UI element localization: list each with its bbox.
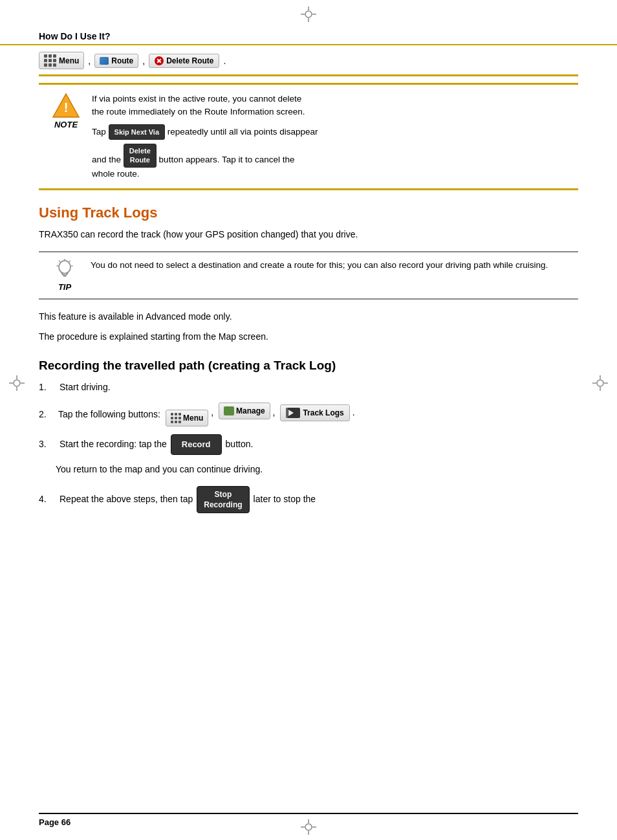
step-3-suffix: button. — [226, 437, 254, 452]
step2-buttons: Menu , Manage , Track Logs . — [166, 403, 355, 427]
section-header-title: How Do I Use It? — [39, 31, 578, 41]
main-content: Menu , Route , Delete Route . ! — [0, 45, 617, 513]
step-3-prefix: Start the recording: tap the — [60, 437, 167, 452]
delete-route-button-image: Delete Route — [149, 54, 219, 68]
menu-button-image: Menu — [39, 52, 84, 69]
svg-line-22 — [69, 260, 70, 261]
hr-gold-top — [39, 74, 578, 76]
record-button[interactable]: Record — [171, 434, 222, 455]
note-icon-area: ! NOTE — [49, 93, 83, 129]
bottom-crosshair-icon — [301, 819, 316, 835]
step-4: 4. Repeat the above steps, then tap Stop… — [39, 486, 578, 513]
note-content: If via points exist in the active route,… — [92, 93, 568, 181]
step2-tracklogs-button: Track Logs — [280, 404, 349, 422]
note-repeatedly-text: repeatedly until all via points disappea… — [168, 127, 318, 137]
step-3-num: 3. — [39, 437, 56, 452]
note-button-appears: button appears. Tap it to cancel the — [159, 155, 295, 164]
note-tap-text: Tap — [92, 127, 106, 137]
top-crosshair-icon — [301, 6, 316, 22]
track-logs-heading: Using Track Logs — [39, 204, 578, 221]
step2-menu-button: Menu — [166, 410, 208, 427]
left-crosshair-icon — [9, 375, 25, 393]
step-1: 1. Start driving. — [39, 381, 578, 395]
advanced-mode-line1: This feature is available in Advanced mo… — [39, 310, 578, 324]
tip-label: TIP — [58, 282, 71, 292]
lightbulb-icon — [53, 259, 76, 282]
trailing-period: . — [223, 56, 226, 66]
tip-text: You do not need to select a destination … — [91, 259, 569, 272]
menu-label: Menu — [59, 56, 79, 65]
step2-menu-label: Menu — [183, 412, 203, 425]
separator-1: , — [88, 56, 91, 66]
toolbar-row: Menu , Route , Delete Route . — [39, 45, 578, 74]
delete-route-inline-button: Delete Route — [124, 144, 157, 168]
svg-point-25 — [305, 824, 312, 830]
x-icon — [155, 56, 164, 65]
step-3-note: You return to the map and you can contin… — [56, 463, 578, 477]
separator-2: , — [142, 56, 145, 66]
step-4-prefix: Repeat the above steps, then tap — [60, 492, 193, 507]
svg-line-21 — [59, 260, 60, 261]
section-header: How Do I Use It? — [0, 26, 617, 45]
right-crosshair-icon — [592, 375, 608, 393]
route-button-image: Route — [94, 54, 138, 68]
track-logs-body: TRAX350 can record the track (how your G… — [39, 228, 578, 242]
svg-point-10 — [597, 380, 603, 386]
step2-manage-label: Manage — [236, 405, 265, 417]
step-2: 2. Tap the following buttons: — [39, 403, 578, 427]
step-4-suffix: later to stop the — [254, 492, 316, 507]
advanced-mode-line2: The procedure is explained starting from… — [39, 330, 578, 344]
top-compass-area — [0, 0, 617, 26]
tip-content: You do not need to select a destination … — [91, 259, 569, 272]
note-label: NOTE — [54, 120, 78, 129]
step2-tracklogs-label: Track Logs — [303, 407, 343, 419]
route-label: Route — [111, 56, 133, 65]
note-whole-route: whole route. — [92, 169, 140, 179]
note-line1: If via points exist in the active route,… — [92, 94, 301, 104]
warning-triangle-icon: ! — [52, 93, 80, 118]
note-line2: the route immediately on the Route Infor… — [92, 107, 305, 116]
tip-icon-area: TIP — [48, 259, 81, 292]
step-2-prefix: Tap the following buttons: — [58, 408, 160, 422]
step-2-num: 2. — [39, 408, 56, 422]
step-1-text: Start driving. — [60, 381, 111, 395]
step-3: 3. Start the recording: tap the Record b… — [39, 434, 578, 455]
stop-recording-button[interactable]: Stop Recording — [197, 486, 249, 513]
skip-next-via-button: Skip Next Via — [109, 124, 166, 140]
svg-point-5 — [14, 380, 20, 386]
delete-route-label: Delete Route — [166, 56, 213, 65]
note-box: ! NOTE If via points exist in the active… — [39, 83, 578, 190]
svg-point-0 — [305, 11, 312, 17]
step2-manage-button: Manage — [219, 403, 270, 420]
svg-text:!: ! — [64, 100, 69, 115]
page-container: How Do I Use It? — [0, 0, 617, 840]
step-4-num: 4. — [39, 492, 56, 507]
bottom-compass-area — [0, 819, 617, 835]
tip-box: TIP You do not need to select a destinat… — [39, 251, 578, 300]
recording-heading: Recording the travelled path (creating a… — [39, 359, 578, 373]
svg-point-17 — [59, 260, 70, 273]
step-1-num: 1. — [39, 381, 56, 395]
note-and-the-text: and the — [92, 155, 121, 164]
